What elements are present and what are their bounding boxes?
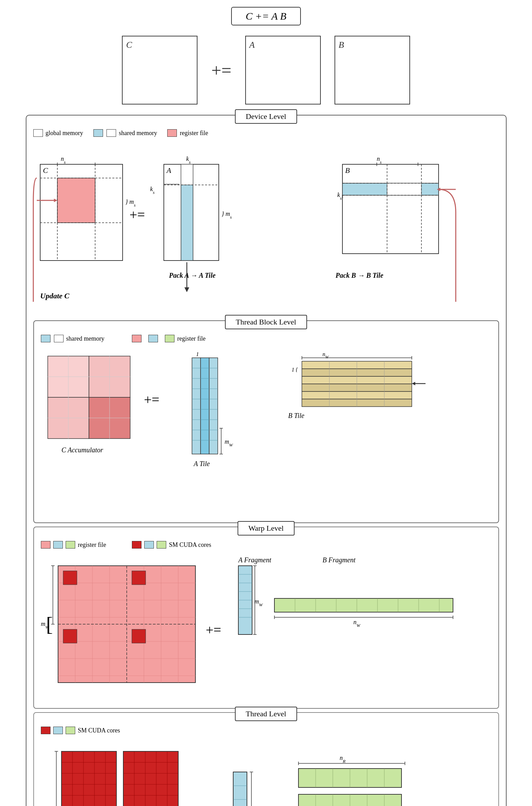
tb-legend-reg3: register file [165,335,205,342]
c-label-device: C [43,166,48,175]
one-label-atile: 1 [196,351,199,357]
warp-level-container: Warp Level register file SM CUDA cores [33,527,499,709]
warp-legend: register file SM CUDA cores [41,541,491,549]
thread-cuda-box2 [53,727,63,734]
svg-rect-120 [123,751,178,806]
tb-legend-shared-box2 [54,335,64,342]
svg-rect-153 [233,772,247,806]
tb-legend-shared-box [41,335,50,342]
svg-rect-19 [342,164,439,254]
matrix-A-box: A [245,36,321,104]
ns-label-c: ns [61,155,66,165]
svg-rect-40 [201,358,209,454]
svg-marker-18 [184,287,189,292]
legend-shared-box [93,129,103,137]
tb-legend-shared-label: shared memory [66,335,104,342]
plus-eq-symbol: += [211,60,231,80]
warp-cuda-box2 [144,541,154,549]
device-diagram: ns C } ms += A [33,144,494,309]
tb-legend-reg2 [148,335,158,342]
ms-label-c: } ms [125,198,136,208]
tb-legend-reg1 [132,335,142,342]
plus-eq-warp: += [206,622,221,638]
matrix-C-box: C [122,36,197,104]
svg-rect-82 [63,571,77,585]
one-label-btile: 1 { [292,367,298,373]
svg-rect-83 [132,571,146,585]
thread-legend-cuda: SM CUDA cores [41,727,120,734]
nw-label-bfrag: nW [353,619,361,628]
a-tile-label: A Tile [193,460,210,467]
formula-text: C += A B [246,10,286,22]
update-c-label: Update C [40,291,69,300]
thread-cuda-box3 [66,727,75,734]
warp-reg-box3 [66,541,75,549]
nr-label-thread2: nR [340,754,346,764]
tb-legend-reg-box3 [165,335,174,342]
svg-rect-24 [387,183,421,195]
thread-level-container: Thread Level SM CUDA cores [ [33,712,499,806]
ns-label-b: ns [377,155,382,165]
legend-register: register file [167,129,208,137]
legend-shared-box2 [106,129,116,137]
thread-block-label: Thread Block Level [225,315,307,329]
svg-rect-84 [63,629,77,643]
c-accum-label: C Accumulator [61,446,103,454]
warp-cuda-box3 [157,541,166,549]
svg-rect-13 [181,164,193,185]
matrix-A-label: A [249,40,255,50]
matrix-B-box: B [335,36,410,104]
thread-level-label: Thread Level [235,707,297,721]
legend-register-box [167,129,177,137]
a-label-device: A [166,166,171,175]
mw-label-atile: mW [225,438,233,448]
device-level-label: Device Level [235,109,297,124]
matrix-C-label: C [126,40,132,50]
warp-level-label: Warp Level [237,521,295,536]
tb-legend-reg-label: register file [177,335,205,342]
warp-cuda-label: SM CUDA cores [169,541,211,549]
thread-diagram: [ [41,741,480,806]
ms-label-a: } ms [222,210,232,220]
pack-b-label: Pack B → B Tile [335,272,383,279]
mr-label-thread2: mR [256,804,263,806]
legend-global-label: global memory [46,130,83,137]
tb-legend-shared: shared memory [41,335,104,342]
ks-label-a: ks [186,155,191,165]
thread-cuda-box1 [41,727,50,734]
warp-reg-box1 [41,541,50,549]
warp-reg-box2 [53,541,63,549]
pack-a-label: Pack A → A Tile [169,272,216,279]
plus-eq-device: += [129,207,145,222]
a-fragment-label: A Fragment [238,556,271,564]
warp-legend-cuda: SM CUDA cores [132,541,211,549]
b-label-device: B [345,166,350,175]
top-matrices-row: C += A B [122,36,410,104]
svg-rect-99 [274,598,453,612]
tb-legend-reg-box1 [132,335,142,342]
svg-marker-66 [412,382,415,385]
svg-rect-85 [132,629,146,643]
thread-block-container: Thread Block Level shared memory regis [33,320,499,523]
warp-reg-label: register file [78,541,106,549]
legend-shared: shared memory [93,129,157,137]
warp-cuda-box1 [132,541,142,549]
legend-global: global memory [33,129,83,137]
thread-legend: SM CUDA cores [41,727,491,734]
plus-eq-tb: += [144,392,159,407]
tb-legend-reg-box2 [148,335,158,342]
thread-block-diagram: C Accumulator += 1 [41,349,480,514]
warp-legend-reg: register file [41,541,106,549]
svg-rect-111 [61,751,116,806]
b-fragment-label: B Fragment [322,556,356,564]
mw-label-afrag: mW [254,598,263,607]
svg-rect-41 [209,358,218,454]
matrix-B-label: B [339,40,344,50]
device-level-container: Device Level global memory shared memory… [26,115,507,806]
tb-legend: shared memory register file [41,335,491,342]
thread-cuda-label: SM CUDA cores [78,727,120,734]
ks-label-a2: ks [150,186,155,195]
warp-diagram: [ [41,555,480,700]
svg-rect-4 [57,178,95,223]
legend-register-label: register file [180,130,208,137]
